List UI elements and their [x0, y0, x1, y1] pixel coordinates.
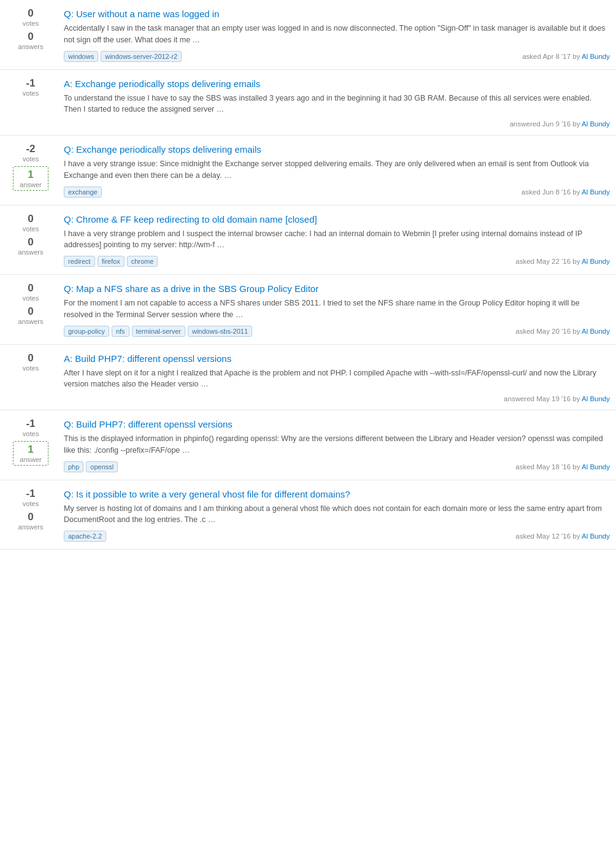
answer-count: 1answer [13, 441, 48, 466]
author-link[interactable]: Al Bundy [582, 120, 610, 128]
tag[interactable]: chrome [127, 256, 158, 267]
answer-number: 1 [28, 169, 33, 181]
item-title[interactable]: Q: Exchange periodically stops deliverin… [64, 144, 261, 155]
author-link[interactable]: Al Bundy [582, 463, 610, 471]
author-link[interactable]: Al Bundy [582, 532, 610, 540]
tags-and-meta: windowswindows-server-2012-r2asked Apr 8… [64, 51, 610, 62]
tag[interactable]: group-policy [64, 326, 109, 337]
tag[interactable]: firefox [98, 256, 125, 267]
meta-info: asked Apr 8 '17 by Al Bundy [522, 53, 610, 60]
item-title[interactable]: Q: Chrome & FF keep redirecting to old d… [64, 214, 317, 225]
author-link[interactable]: Al Bundy [582, 188, 610, 196]
meta-info: asked May 22 '16 by Al Bundy [515, 258, 610, 265]
tag-list: apache-2.2 [64, 531, 106, 542]
answer-count: 0answers [18, 31, 44, 50]
list-item: 0votes0answersQ: Map a NFS share as a dr… [0, 275, 616, 345]
tag[interactable]: openssl [86, 461, 118, 472]
item-excerpt: I have a very strange problem and I susp… [64, 228, 610, 252]
list-item: -2votes1answerQ: Exchange periodically s… [0, 136, 616, 206]
item-stats: 0votes0answers [6, 7, 55, 50]
votes-label: votes [23, 364, 39, 372]
vote-count: 0votes [23, 352, 39, 372]
item-excerpt: To understand the issue I have to say th… [64, 93, 610, 116]
tags-and-meta: exchangeasked Jun 8 '16 by Al Bundy [64, 186, 610, 198]
tag[interactable]: exchange [64, 186, 102, 198]
tag-list: exchange [64, 186, 102, 198]
meta-info: asked May 20 '16 by Al Bundy [515, 328, 610, 335]
tag[interactable]: windows [64, 51, 98, 62]
votes-label: votes [23, 225, 39, 232]
answers-label: answers [18, 43, 44, 50]
answer-count: 0answers [18, 236, 44, 256]
item-stats: 0votes0answers [6, 282, 55, 325]
item-content: A: Exchange periodically stops deliverin… [64, 77, 610, 128]
list-item: 0votes0answersQ: Chrome & FF keep redire… [0, 206, 616, 275]
list-item: -1votes0answersQ: Is it possible to writ… [0, 480, 616, 550]
item-excerpt: After I have slept on it for a night I r… [64, 367, 610, 391]
item-content: Q: Build PHP7: different openssl version… [64, 418, 610, 472]
answer-number: 0 [28, 236, 33, 248]
vote-number: 0 [28, 7, 33, 20]
author-link[interactable]: Al Bundy [582, 328, 610, 335]
vote-count: -1votes [23, 77, 39, 97]
item-content: Q: Chrome & FF keep redirecting to old d… [64, 213, 610, 267]
answer-count: 0answers [18, 511, 44, 531]
votes-label: votes [23, 500, 39, 507]
tag[interactable]: windows-server-2012-r2 [101, 51, 182, 62]
vote-count: 0votes [23, 213, 39, 232]
tag[interactable]: apache-2.2 [64, 531, 106, 542]
list-item: -1votes1answerQ: Build PHP7: different o… [0, 410, 616, 480]
item-excerpt: For the moment I am not capable to acces… [64, 298, 610, 321]
meta-info: answered Jun 9 '16 by Al Bundy [510, 120, 610, 128]
item-stats: 0votes [6, 352, 55, 372]
tags-and-meta: group-policynfsterminal-serverwindows-sb… [64, 326, 610, 337]
author-link[interactable]: Al Bundy [582, 395, 610, 402]
votes-label: votes [23, 155, 39, 163]
votes-label: votes [23, 20, 39, 27]
question-list: 0votes0answersQ: User without a name was… [0, 0, 616, 550]
answer-count: 1answer [13, 166, 48, 191]
answer-number: 1 [28, 444, 33, 456]
vote-count: -2votes [23, 143, 39, 163]
answer-number: 0 [28, 31, 33, 43]
item-title[interactable]: A: Exchange periodically stops deliverin… [64, 79, 260, 89]
tag[interactable]: nfs [112, 326, 129, 337]
answer-number: 0 [28, 511, 33, 523]
list-item: 0votesA: Build PHP7: different openssl v… [0, 345, 616, 411]
vote-count: 0votes [23, 7, 39, 27]
author-link[interactable]: Al Bundy [582, 53, 610, 60]
author-link[interactable]: Al Bundy [582, 258, 610, 265]
item-excerpt: Accidentally I saw in the task manager t… [64, 23, 610, 46]
tag[interactable]: windows-sbs-2011 [188, 326, 252, 337]
votes-label: votes [23, 294, 39, 302]
tag[interactable]: redirect [64, 256, 95, 267]
item-content: Q: Exchange periodically stops deliverin… [64, 143, 610, 198]
item-title[interactable]: Q: User without a name was logged in [64, 9, 219, 19]
answers-label: answer [20, 456, 41, 463]
item-content: A: Build PHP7: different openssl version… [64, 352, 610, 403]
tags-and-meta: phpopensslasked May 18 '16 by Al Bundy [64, 461, 610, 472]
tag[interactable]: php [64, 461, 83, 472]
tag[interactable]: terminal-server [132, 326, 185, 337]
vote-number: -1 [26, 488, 35, 500]
meta-info: answered May 19 '16 by Al Bundy [504, 395, 610, 402]
vote-number: -1 [26, 77, 35, 90]
tag-list: group-policynfsterminal-serverwindows-sb… [64, 326, 252, 337]
item-excerpt: My server is hosting lot of domains and … [64, 503, 610, 526]
meta-info: asked Jun 8 '16 by Al Bundy [522, 188, 610, 196]
item-stats: -1votes1answer [6, 418, 55, 466]
votes-label: votes [23, 430, 39, 437]
answer-count: 0answers [18, 305, 44, 325]
vote-number: -1 [26, 418, 35, 430]
vote-number: 0 [28, 352, 33, 364]
answers-label: answers [18, 523, 44, 531]
tags-and-meta: answered May 19 '16 by Al Bundy [64, 395, 610, 402]
item-stats: 0votes0answers [6, 213, 55, 256]
item-stats: -1votes0answers [6, 488, 55, 531]
item-title[interactable]: Q: Is it possible to write a very genera… [64, 489, 350, 499]
item-excerpt: I have a very strange issue: Since midni… [64, 158, 610, 182]
item-title[interactable]: Q: Build PHP7: different openssl version… [64, 419, 233, 429]
item-title[interactable]: Q: Map a NFS share as a drive in the SBS… [64, 283, 318, 294]
item-title[interactable]: A: Build PHP7: different openssl version… [64, 353, 231, 364]
item-content: Q: User without a name was logged inAcci… [64, 7, 610, 62]
